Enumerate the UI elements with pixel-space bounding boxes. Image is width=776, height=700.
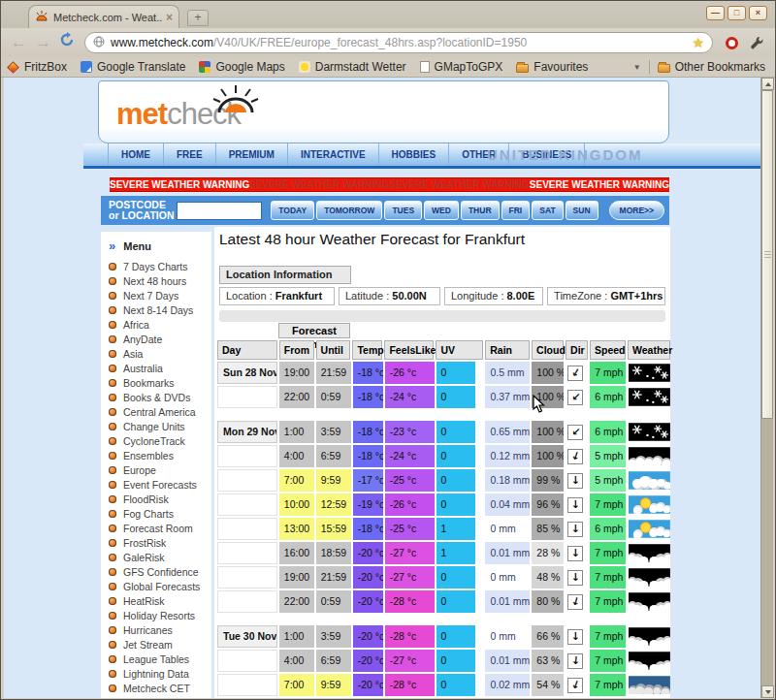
nav-tab-premium[interactable]: PREMIUM	[216, 143, 288, 166]
bookmark-darmstadt-wetter[interactable]: Darmstadt Wetter	[299, 60, 406, 74]
nav-tab-free[interactable]: FREE	[164, 143, 216, 166]
forward-icon[interactable]: →	[35, 31, 51, 54]
postcode-input[interactable]	[177, 202, 262, 220]
menu-item-metcheck-cet[interactable]: Metcheck CET	[101, 681, 211, 695]
menu-item-next-48-hours[interactable]: Next 48 hours	[101, 273, 211, 288]
rain-cell: 0.18 mm	[485, 469, 530, 492]
menu-item-gfs-confidence[interactable]: GFS Confidence	[101, 564, 211, 579]
nav-tab-home[interactable]: HOME	[109, 143, 164, 166]
menu-item-heatrisk[interactable]: HeatRisk	[101, 593, 211, 608]
menu-item-africa[interactable]: Africa	[101, 317, 211, 332]
menu-item-europe[interactable]: Europe	[101, 462, 211, 477]
menu-item-galerisk[interactable]: GaleRisk	[101, 550, 211, 564]
nav-tab-hobbies[interactable]: HOBBIES	[379, 143, 450, 166]
menu-item-australia[interactable]: Australia	[101, 361, 211, 375]
other-bookmarks-button[interactable]: Other Bookmarks	[658, 60, 765, 74]
menu-item-frostrisk[interactable]: FrostRisk	[101, 535, 211, 550]
minimize-window-icon[interactable]: —	[706, 6, 725, 20]
bookmark-fritzbox[interactable]: FritzBox	[7, 60, 67, 74]
back-icon[interactable]: ←	[11, 31, 27, 54]
menu-item-bookmarks[interactable]: Bookmarks	[101, 375, 211, 390]
temp-cell: -20 °c	[353, 674, 383, 696]
menu-item-change-units[interactable]: Change Units	[101, 419, 211, 433]
bookmark-google-translate[interactable]: Google Translate	[81, 60, 185, 74]
menu-item-asia[interactable]: Asia	[101, 346, 211, 361]
from-cell: 10:00	[279, 493, 314, 516]
reload-icon[interactable]	[59, 31, 75, 54]
site-header: metcheck	[98, 80, 669, 143]
day-button-tues[interactable]: TUES	[384, 201, 422, 220]
bullet-icon	[109, 292, 116, 300]
temp-cell: -18 °c	[353, 421, 383, 443]
address-bar[interactable]: www.metcheck.com/V40/UK/FREE/europe_fore…	[84, 32, 713, 53]
menu-item-hurricanes[interactable]: Hurricanes	[101, 622, 211, 637]
menu-item-holiday-resorts[interactable]: Holiday Resorts	[101, 608, 211, 622]
more-button[interactable]: MORE>>	[609, 201, 664, 220]
bullet-icon	[109, 394, 116, 401]
bookmark-google-maps[interactable]: Google Maps	[199, 60, 284, 74]
day-cell	[217, 518, 277, 540]
from-cell: 16:00	[279, 542, 314, 564]
scroll-down-icon[interactable]	[761, 685, 774, 698]
menu-item-event-forecasts[interactable]: Event Forecasts	[101, 477, 211, 492]
day-button-wed[interactable]: WED	[424, 201, 459, 220]
rain-cell: 0.01 mm	[485, 650, 530, 672]
scroll-up-icon[interactable]	[761, 78, 774, 90]
menu-header: » Menu	[101, 232, 211, 259]
feelslike-cell: -24 °c	[385, 445, 435, 467]
severe-warning-link-3[interactable]: SEVERE WEATHER WARNING	[390, 179, 530, 190]
menu-item-forecast-room[interactable]: Forecast Room	[101, 521, 211, 535]
bookmarks-overflow-icon[interactable]: ▼	[633, 63, 641, 72]
cloud-cell: 80 %	[532, 590, 564, 613]
main-content: Latest 48 hour Weather Forecast for Fran…	[214, 227, 670, 698]
adblock-extension-icon[interactable]	[722, 33, 741, 52]
menu-item-lightning-data[interactable]: Lightning Data	[101, 666, 211, 681]
nav-tab-interactive[interactable]: INTERACTIVE	[288, 143, 379, 166]
rain-cell: 0.04 mm	[485, 493, 530, 516]
maximize-window-icon[interactable]: □	[728, 6, 746, 20]
menu-item-floodrisk[interactable]: FloodRisk	[101, 492, 211, 506]
menu-item-global-forecasts[interactable]: Global Forecasts	[101, 579, 211, 593]
temp-cell: -18 °c	[353, 445, 383, 467]
menu-item-ensembles[interactable]: Ensembles	[101, 448, 211, 462]
day-button-thur[interactable]: THUR	[461, 201, 500, 220]
scrollbar-thumb[interactable]	[761, 90, 773, 419]
day-button-sat[interactable]: SAT	[532, 201, 563, 220]
day-button-tomorrow[interactable]: TOMORROW	[316, 201, 382, 220]
menu-item-next-8-14-days[interactable]: Next 8-14 Days	[101, 302, 211, 317]
severe-weather-warning-bar[interactable]: SEVERE WEATHER WARNINGSEVERE WEATHER WAR…	[110, 177, 669, 192]
day-button-fri[interactable]: FRI	[501, 201, 531, 220]
menu-item-league-tables[interactable]: League Tables	[101, 652, 211, 666]
severe-warning-link-1[interactable]: SEVERE WEATHER WARNING	[110, 179, 249, 190]
wind-dir-cell: ↓	[566, 518, 588, 540]
menu-item-next-7-days[interactable]: Next 7 Days	[101, 288, 211, 302]
wind-arrow-icon: ↓	[571, 548, 580, 558]
feelslike-cell: -24 °c	[385, 386, 435, 408]
menu-item-books-dvds[interactable]: Books & DVDs	[101, 390, 211, 404]
close-window-icon[interactable]: ×	[749, 6, 767, 20]
postcode-label: POSTCODE or LOCATION	[109, 200, 175, 221]
severe-warning-link-2[interactable]: SEVERE WEATHER WARNING	[249, 179, 389, 190]
cloud-cell: 100 %	[532, 445, 564, 467]
new-tab-button[interactable]: +	[187, 10, 209, 26]
bookmark-favourites[interactable]: Favourites	[516, 60, 588, 74]
menu-item-fog-charts[interactable]: Fog Charts	[101, 506, 211, 521]
browser-tab[interactable]: Metcheck.com - Weat... ×	[28, 5, 179, 28]
menu-item-7-days-charts[interactable]: 7 Days Charts	[101, 259, 211, 273]
forecast-row: 22:000:59-20 °c-28 °c00.01 mm80 %↓7 mph	[217, 590, 670, 613]
bookmark-gmaptogpx[interactable]: GMapToGPX	[420, 60, 503, 74]
menu-item-anydate[interactable]: AnyDate	[101, 332, 211, 346]
speed-cell: 7 mph	[590, 362, 626, 384]
menu-item-cyclonetrack[interactable]: CycloneTrack	[101, 433, 211, 448]
bookmark-star-icon[interactable]: ★	[692, 35, 704, 50]
day-button-today[interactable]: TODAY	[271, 201, 314, 220]
vertical-scrollbar[interactable]	[760, 78, 773, 698]
menu-item-central-america[interactable]: Central America	[101, 404, 211, 419]
severe-warning-link-4[interactable]: SEVERE WEATHER WARNING	[530, 179, 669, 190]
tab-close-icon[interactable]: ×	[166, 11, 173, 24]
wrench-menu-icon[interactable]	[747, 33, 766, 52]
until-cell: 0:59	[316, 590, 351, 613]
day-button-sun[interactable]: SUN	[566, 201, 598, 220]
forecast-row: 22:000:59-18 °c-24 °c00.37 mm100 %↓6 mph	[217, 386, 670, 408]
menu-item-jet-stream[interactable]: Jet Stream	[101, 637, 211, 652]
